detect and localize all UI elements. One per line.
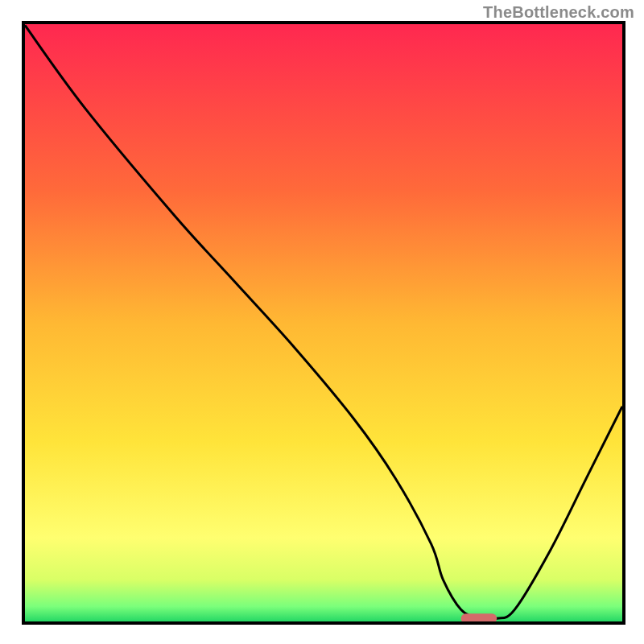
bottleneck-chart [0, 0, 644, 644]
plot-background [25, 24, 622, 621]
chart-frame: TheBottleneck.com [0, 0, 644, 644]
